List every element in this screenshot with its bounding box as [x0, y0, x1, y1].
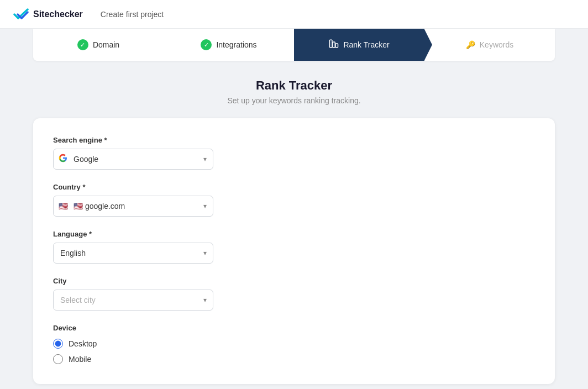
city-select[interactable]: Select city New York London: [53, 290, 213, 311]
desktop-radio[interactable]: [53, 339, 63, 349]
mobile-label: Mobile: [69, 355, 91, 364]
rank-tracker-icon: [329, 39, 339, 51]
header: Sitechecker Create first project: [0, 0, 588, 29]
language-select-wrapper[interactable]: English Spanish French: [53, 243, 213, 264]
city-label: City: [53, 277, 535, 285]
keywords-icon: 🔑: [466, 40, 475, 49]
country-select[interactable]: 🇺🇸 google.com 🇬🇧 google.co.uk: [53, 196, 213, 217]
device-radio-group: Desktop Mobile: [53, 339, 535, 364]
mobile-radio-item[interactable]: Mobile: [53, 354, 535, 364]
desktop-radio-item[interactable]: Desktop: [53, 339, 535, 349]
step-domain[interactable]: ✓ Domain: [33, 29, 164, 61]
country-group: Country * 🇺🇸 google.com 🇬🇧 google.co.uk …: [53, 183, 535, 217]
device-label: Device: [53, 324, 535, 332]
device-section: Device Desktop Mobile: [53, 324, 535, 364]
city-select-wrapper[interactable]: Select city New York London: [53, 290, 213, 311]
language-group: Language * English Spanish French: [53, 230, 535, 264]
svg-rect-0: [330, 40, 333, 48]
step-domain-label: Domain: [93, 40, 119, 49]
logo-text: Sitechecker: [33, 9, 83, 19]
language-select[interactable]: English Spanish French: [53, 243, 213, 264]
language-label: Language *: [53, 230, 535, 238]
search-engine-group: Search engine * Google Bing Yahoo: [53, 136, 535, 170]
svg-rect-1: [333, 42, 335, 48]
city-group: City Select city New York London: [53, 277, 535, 311]
step-keywords[interactable]: 🔑 Keywords: [424, 29, 555, 61]
step-keywords-label: Keywords: [480, 40, 513, 49]
step-domain-check: ✓: [77, 39, 88, 50]
search-engine-select-wrapper[interactable]: Google Bing Yahoo: [53, 149, 213, 170]
step-rank-tracker-label: Rank Tracker: [343, 40, 389, 49]
header-nav: Create first project: [101, 10, 164, 19]
step-integrations-check: ✓: [201, 39, 212, 50]
stepper: ✓ Domain ✓ Integrations Rank Tracker 🔑 K…: [33, 29, 555, 61]
logo-icon: [13, 8, 29, 20]
step-integrations[interactable]: ✓ Integrations: [164, 29, 294, 61]
rank-icon-svg: [329, 39, 339, 49]
form-card: Search engine * Google Bing Yahoo: [33, 118, 555, 384]
page-title-section: Rank Tracker Set up your keywords rankin…: [33, 78, 555, 105]
step-integrations-label: Integrations: [216, 40, 256, 49]
logo[interactable]: Sitechecker: [13, 8, 83, 20]
search-engine-label: Search engine *: [53, 136, 535, 144]
mobile-radio[interactable]: [53, 354, 63, 364]
step-rank-tracker[interactable]: Rank Tracker: [294, 29, 424, 61]
desktop-label: Desktop: [69, 339, 97, 348]
country-label: Country *: [53, 183, 535, 191]
main-content: ✓ Domain ✓ Integrations Rank Tracker 🔑 K…: [0, 29, 588, 389]
page-subtitle: Set up your keywords ranking tracking.: [33, 96, 555, 105]
country-select-wrapper[interactable]: 🇺🇸 google.com 🇬🇧 google.co.uk 🇺🇸: [53, 196, 213, 217]
page-title: Rank Tracker: [33, 78, 555, 93]
svg-rect-2: [335, 44, 338, 48]
search-engine-select[interactable]: Google Bing Yahoo: [53, 149, 213, 170]
